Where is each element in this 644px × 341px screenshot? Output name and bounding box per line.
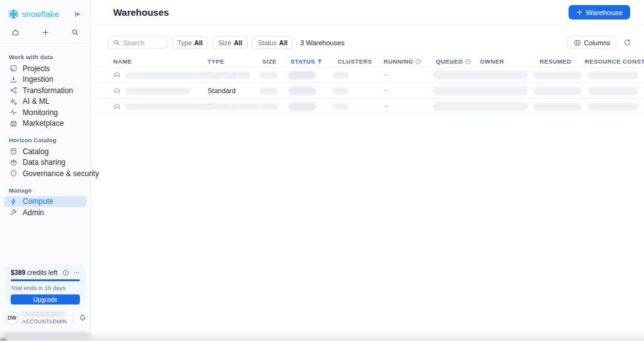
column-header-resource-constraint[interactable]: RESOURCE CONSTR [585,58,644,65]
table-row[interactable]: Standard [91,83,644,99]
home-icon[interactable] [11,28,19,36]
admin-icon [9,208,18,216]
running-value-redacted [384,74,389,75]
sort-ascending-icon [317,59,323,64]
sidebar-item-compute[interactable]: Compute [4,196,87,208]
sidebar-item-ai-ml[interactable]: AI & ML [4,96,87,108]
warehouse-type: Standard [208,87,236,94]
resumed-redacted [533,87,582,95]
column-header-running[interactable]: RUNNING [384,58,436,65]
columns-icon [574,39,581,47]
snowflake-logo[interactable]: snowflake [8,9,59,20]
search-input[interactable] [123,39,162,47]
create-new-icon[interactable] [42,28,50,36]
snowflake-logo-icon [8,9,19,20]
trial-countdown: Trial ends in 16 days [11,284,80,291]
status-redacted [288,103,316,111]
new-warehouse-button[interactable]: Warehouse [569,5,630,20]
transformation-icon [9,86,18,94]
monitoring-icon [9,108,18,116]
column-header-resumed[interactable]: RESUMED [540,58,585,65]
new-warehouse-button-label: Warehouse [586,9,623,16]
sidebar-item-data-sharing[interactable]: Data sharing [4,157,87,169]
running-value-redacted [384,106,389,107]
resource-constraint-redacted [588,103,638,111]
divider [73,313,74,323]
ai-ml-icon [9,98,18,106]
column-header-status[interactable]: STATUS [291,58,338,65]
column-header-owner[interactable]: OWNER [480,58,540,65]
sidebar-item-ingestion[interactable]: Ingestion [4,74,87,86]
marketplace-icon [9,120,18,128]
sidebar-item-label: Monitoring [23,108,58,117]
columns-button[interactable]: Columns [567,36,616,49]
section-label-work-with-data: Work with data [0,46,91,63]
column-header-type[interactable]: TYPE [208,58,262,65]
warehouse-icon [113,103,121,110]
info-icon[interactable] [62,269,69,276]
more-options-icon[interactable] [73,269,80,276]
sidebar-item-label: Governance & security [23,169,99,178]
clusters-redacted [332,72,349,79]
resource-constraint-redacted [588,71,638,79]
status-filter-button[interactable]: Status All [252,36,293,49]
clusters-redacted [332,87,349,94]
column-header-status-label: STATUS [291,58,315,65]
table-row[interactable]: Standard [91,99,644,115]
search-icon[interactable] [71,28,79,36]
resumed-redacted [533,71,582,79]
size-filter-label: Size [218,39,231,47]
sidebar-item-marketplace[interactable]: Marketplace [4,118,87,130]
help-icon[interactable] [465,59,471,65]
sidebar-item-label: Compute [23,197,53,206]
sidebar-item-label: Data sharing [23,158,65,167]
size-filter-value: All [234,39,242,47]
table-row[interactable]: Standard [91,67,644,83]
shield-icon [9,169,18,177]
column-header-size[interactable]: SIZE [262,58,291,65]
warehouse-icon [113,71,121,79]
sidebar-item-catalog[interactable]: Catalog [4,146,87,157]
sidebar-item-transformation[interactable]: Transformation [4,85,87,96]
sidebar-item-projects[interactable]: Projects [4,63,87,74]
collapse-sidebar-icon[interactable] [74,10,82,18]
column-header-running-label: RUNNING [384,58,413,65]
warehouse-name-redacted [125,103,260,110]
main-content: Warehouses Warehouse Ty [91,0,644,341]
toolbar: Type All Size All Status All 3 Warehouse… [108,36,631,49]
app-window: snowflake [0,0,644,341]
help-icon[interactable] [415,59,421,65]
notifications-bell-icon[interactable] [79,314,87,322]
catalog-icon [9,147,18,155]
status-redacted [288,71,316,79]
avatar[interactable]: DW [5,311,19,325]
credits-progress-bar [11,279,80,281]
column-header-clusters[interactable]: CLUSTERS [338,58,384,65]
sidebar-item-admin[interactable]: Admin [4,207,87,218]
size-redacted [259,72,278,79]
ingestion-icon [9,75,18,84]
user-role: ACCOUNTADMIN [22,318,72,325]
upgrade-button[interactable]: Upgrade [11,294,80,305]
credits-remaining-text: $389 credits left [11,269,57,276]
sidebar-item-monitoring[interactable]: Monitoring [4,107,87,118]
sidebar-item-governance-security[interactable]: Governance & security [4,168,87,179]
sidebar-item-label: Ingestion [23,75,53,84]
size-redacted [259,87,278,94]
sidebar: snowflake [0,0,91,341]
refresh-icon[interactable] [623,38,631,47]
brand-name: snowflake [22,9,59,19]
sidebar-item-label: Marketplace [23,119,64,128]
table-header-row: NAME TYPE SIZE STATUS CLUSTERS RUNNING [91,56,644,67]
search-box[interactable] [108,36,167,49]
resumed-redacted [533,103,582,111]
section-label-manage: Manage [0,179,91,196]
column-header-queued[interactable]: QUEUED [436,58,480,65]
sidebar-nav: Work with data Projects Ingestion [0,43,91,218]
column-header-name[interactable]: NAME [113,58,208,65]
page-title: Warehouses [113,7,169,18]
type-filter-button[interactable]: Type All [172,36,208,49]
user-menu[interactable]: DW ACCOUNTADMIN [5,311,87,325]
size-filter-button[interactable]: Size All [213,36,248,49]
projects-icon [9,64,18,72]
